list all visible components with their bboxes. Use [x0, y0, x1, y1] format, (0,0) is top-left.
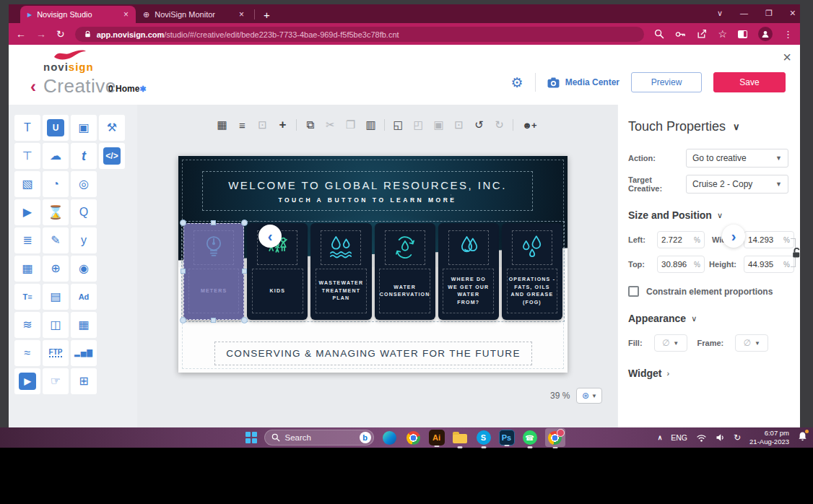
- send-to-back[interactable]: ⊡: [452, 118, 466, 131]
- clock[interactable]: ◔: [43, 171, 69, 197]
- language-indicator[interactable]: ENG: [671, 433, 687, 442]
- window-menu-chevron-icon[interactable]: ∨: [717, 9, 723, 18]
- window-restore-icon[interactable]: ❐: [765, 9, 773, 18]
- width-input[interactable]: 14.293%: [744, 231, 794, 248]
- ftp[interactable]: FTP: [43, 340, 69, 366]
- cut[interactable]: ✂: [323, 118, 337, 131]
- save-button[interactable]: Save: [713, 72, 786, 92]
- touch[interactable]: ☞: [43, 368, 69, 394]
- start-button[interactable]: [245, 432, 257, 443]
- back-chevron-icon[interactable]: ‹: [30, 78, 36, 95]
- left-input[interactable]: 2.722%: [657, 231, 705, 248]
- table[interactable]: ⊞: [71, 368, 97, 394]
- top-input[interactable]: 30.896%: [657, 256, 705, 273]
- target-creative-select[interactable]: Cruise 2 - Copy▼: [686, 175, 788, 194]
- constrain-proportions-row[interactable]: Constrain element proportions: [628, 286, 788, 297]
- image[interactable]: ▧: [14, 171, 40, 197]
- tab-close-icon[interactable]: ×: [123, 9, 129, 19]
- rss[interactable]: ≋: [14, 312, 40, 338]
- delete[interactable]: ▥: [364, 118, 378, 131]
- sync-icon[interactable]: ↻: [734, 433, 741, 443]
- edge[interactable]: [381, 429, 399, 447]
- search-icon[interactable]: [654, 29, 664, 39]
- chrome-profile[interactable]: [545, 428, 565, 447]
- queue[interactable]: Q: [71, 199, 97, 225]
- collapse-panel-button[interactable]: ›: [722, 225, 745, 248]
- touch-button[interactable]: WHERE DO WE GET OUR WATER FROM?: [438, 223, 499, 320]
- taskbar-clock[interactable]: 6:07 pm21-Aug-2023: [749, 429, 789, 446]
- url-bar[interactable]: app.novisign.com/studio/#/creative/edit/…: [75, 27, 645, 42]
- undo[interactable]: ↺: [472, 118, 486, 131]
- move[interactable]: +: [276, 118, 290, 132]
- tab-close-icon[interactable]: ×: [239, 9, 244, 19]
- tray-expand-icon[interactable]: ∧: [658, 434, 663, 441]
- new-tab-button[interactable]: +: [264, 9, 270, 21]
- slide-footer-block[interactable]: CONSERVING & MANAGING WATER FOR THE FUTU…: [214, 342, 532, 365]
- underline[interactable]: U: [43, 115, 69, 141]
- transform-frame[interactable]: ⊡: [256, 118, 269, 131]
- video[interactable]: ▶: [14, 199, 40, 225]
- touch-button[interactable]: WASTEWATER TREATMENT PLAN: [310, 223, 371, 320]
- action-select[interactable]: Go to creative▼: [686, 149, 788, 168]
- touch-button[interactable]: METERS: [183, 223, 244, 320]
- hourglass[interactable]: ⌛: [43, 199, 69, 225]
- social-feed[interactable]: ≈: [14, 340, 40, 366]
- bring-to-front[interactable]: ▣: [432, 118, 445, 131]
- taskbar-search[interactable]: Search b: [264, 430, 374, 446]
- drawing[interactable]: ✎: [43, 227, 69, 253]
- construction[interactable]: ⚒: [99, 115, 125, 141]
- share-icon[interactable]: [697, 29, 707, 39]
- settings-gear-icon[interactable]: ⚙: [511, 74, 523, 91]
- calendar[interactable]: ▦: [71, 312, 97, 338]
- touch-button[interactable]: OPERATIONS - FATS, OILS AND GREASE (FOG): [502, 223, 562, 320]
- window-minimize-icon[interactable]: —: [740, 9, 748, 17]
- yammer[interactable]: y: [71, 227, 97, 253]
- media-rss[interactable]: ◫: [43, 312, 69, 338]
- appearance-section[interactable]: Appearance∨: [628, 313, 788, 324]
- slideshow[interactable]: ▦: [14, 256, 40, 282]
- slide-title-block[interactable]: WELCOME TO GLOBAL RESOURCES, INC. TOUCH …: [202, 171, 533, 211]
- grid-view[interactable]: ▦: [215, 118, 229, 131]
- volume-icon[interactable]: [716, 433, 725, 442]
- collapse-sidebar-button[interactable]: ‹: [258, 225, 282, 248]
- unlock-proportions-icon[interactable]: [791, 247, 800, 261]
- bring-forward[interactable]: ◱: [391, 118, 405, 131]
- wifi-icon[interactable]: [696, 434, 707, 442]
- size-position-section[interactable]: Size and Position∨: [628, 209, 788, 221]
- live-stream[interactable]: ◉: [71, 256, 97, 282]
- widget-section[interactable]: Widget›: [628, 368, 788, 379]
- preview-button[interactable]: Preview: [631, 72, 702, 92]
- weather[interactable]: ☁: [43, 143, 69, 169]
- youtube[interactable]: ▶: [14, 368, 40, 394]
- media-center-button[interactable]: Media Center: [547, 77, 619, 88]
- browser-menu-icon[interactable]: ⋮: [783, 29, 793, 40]
- panel-heading[interactable]: Touch Properties∨: [628, 119, 788, 134]
- bookmark-star-icon[interactable]: ☆: [718, 28, 727, 40]
- back-icon[interactable]: ←: [16, 28, 26, 40]
- touch-button[interactable]: WATER CONSERVATION: [375, 223, 435, 320]
- website[interactable]: ⊕: [43, 256, 69, 282]
- paste[interactable]: ❐: [344, 118, 357, 131]
- frame-select[interactable]: ∅▼: [735, 334, 768, 352]
- twitter[interactable]: t: [71, 143, 97, 169]
- file-explorer[interactable]: [451, 429, 469, 447]
- pdf-document[interactable]: ≣: [14, 227, 40, 253]
- text[interactable]: T: [14, 115, 40, 141]
- forward-icon[interactable]: →: [36, 28, 46, 40]
- key-icon[interactable]: [675, 30, 686, 39]
- chrome[interactable]: [405, 429, 422, 447]
- media-board[interactable]: ▣: [71, 115, 97, 141]
- send-backward[interactable]: ◰: [412, 118, 425, 131]
- text-ticker[interactable]: T≡: [14, 284, 40, 310]
- text-frame[interactable]: ⊤: [14, 143, 40, 169]
- redo[interactable]: ↻: [492, 118, 506, 131]
- photoshop[interactable]: Ps: [499, 430, 515, 446]
- window-close-icon[interactable]: ×: [790, 7, 796, 19]
- reload-icon[interactable]: ↻: [56, 28, 65, 40]
- tab-novisign-monitor[interactable]: ⊕ NoviSign Monitor ×: [136, 6, 251, 23]
- zoom-dropdown[interactable]: ⊛ ▼: [576, 388, 602, 404]
- ad-image[interactable]: Ad: [71, 284, 97, 310]
- html-code[interactable]: </>: [99, 143, 125, 169]
- profile-avatar[interactable]: [758, 27, 773, 41]
- tab-novisign-studio[interactable]: ▶ Novisign Studio ×: [20, 6, 136, 23]
